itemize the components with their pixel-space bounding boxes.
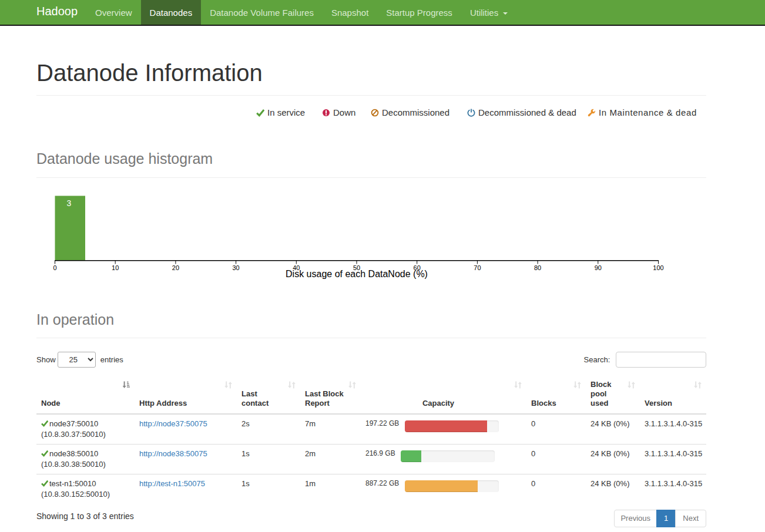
svg-text:0: 0 xyxy=(53,264,56,271)
svg-text:3: 3 xyxy=(67,198,72,207)
svg-text:80: 80 xyxy=(534,264,541,271)
svg-text:20: 20 xyxy=(172,264,179,271)
svg-text:90: 90 xyxy=(595,264,602,271)
svg-text:Disk usage of each DataNode (%: Disk usage of each DataNode (%) xyxy=(286,269,428,279)
svg-text:30: 30 xyxy=(232,264,239,271)
svg-text:100: 100 xyxy=(653,264,663,271)
svg-text:10: 10 xyxy=(112,264,119,271)
svg-text:70: 70 xyxy=(474,264,481,271)
